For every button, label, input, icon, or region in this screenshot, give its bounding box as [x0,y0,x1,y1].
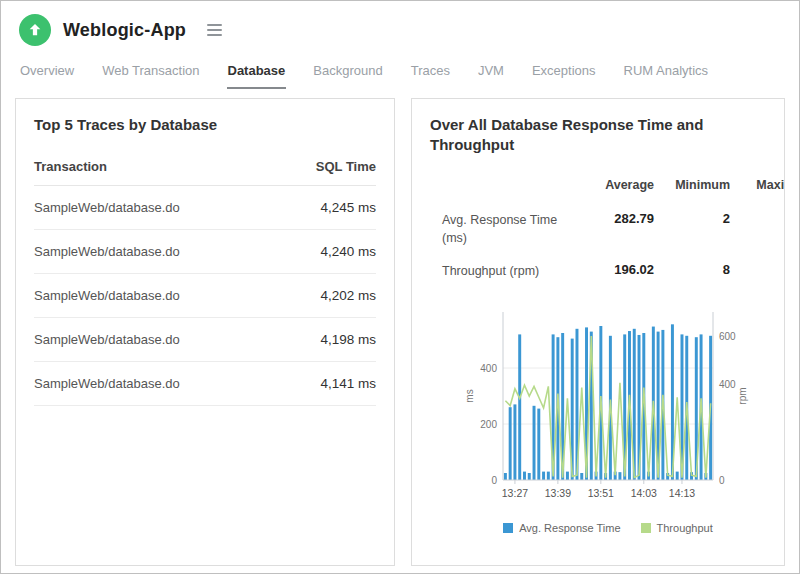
monitor-app-window: Weblogic-App Overview Web Transaction Da… [0,0,800,574]
table-row[interactable]: SampleWeb/database.do 4,202 ms [34,274,376,318]
overall-db-title: Over All Database Response Time and Thro… [430,115,760,156]
legend-item-response-time[interactable]: Avg. Response Time [503,522,620,534]
top-traces-panel: Top 5 Traces by Database Transaction SQL… [15,98,395,566]
trace-transaction[interactable]: SampleWeb/database.do [34,230,276,274]
stats-row-throughput: Throughput (rpm) 196.02 8 706 [442,255,785,288]
stats-header-maximum: Maximum [730,174,785,204]
top-traces-title: Top 5 Traces by Database [34,115,376,135]
stats-row-response-time: Avg. Response Time (ms) 282.79 2 556 [442,204,785,256]
trace-sql-time: 4,245 ms [276,186,376,230]
stats-header-minimum: Minimum [654,174,730,204]
tab-bar: Overview Web Transaction Database Backgr… [1,63,799,89]
hamburger-menu-icon[interactable] [204,21,225,39]
svg-text:400: 400 [719,378,736,389]
tab-traces[interactable]: Traces [410,63,451,89]
response-throughput-chart: 0200400040060013:2713:3913:5114:0314:13m… [461,302,755,508]
trace-sql-time: 4,240 ms [276,230,376,274]
stat-label: Avg. Response Time (ms) [442,204,570,256]
table-row[interactable]: SampleWeb/database.do 4,198 ms [34,318,376,362]
overall-db-panel: Over All Database Response Time and Thro… [411,98,785,566]
svg-text:14:03: 14:03 [631,487,657,499]
svg-text:13:51: 13:51 [588,487,614,499]
page-title: Weblogic-App [63,20,186,41]
legend-swatch-blue [503,523,513,533]
arrow-up-icon [27,22,43,38]
tab-database[interactable]: Database [227,63,287,89]
trace-transaction[interactable]: SampleWeb/database.do [34,186,276,230]
table-row[interactable]: SampleWeb/database.do 4,240 ms [34,230,376,274]
chart-legend: Avg. Response Time Throughput [503,522,713,534]
stat-minimum: 8 [654,255,730,288]
svg-text:400: 400 [480,362,497,373]
svg-text:14:13: 14:13 [669,487,695,499]
stat-maximum: 706 [730,255,785,288]
trace-transaction[interactable]: SampleWeb/database.do [34,274,276,318]
trace-sql-time: 4,198 ms [276,318,376,362]
tab-web-transaction[interactable]: Web Transaction [101,63,200,89]
table-row[interactable]: SampleWeb/database.do 4,141 ms [34,362,376,406]
stat-average: 282.79 [570,204,654,256]
column-header-sql-time: SQL Time [276,147,376,186]
svg-text:13:39: 13:39 [545,487,571,499]
stat-label: Throughput (rpm) [442,255,570,288]
svg-text:200: 200 [480,418,497,429]
svg-text:600: 600 [719,330,736,341]
trace-sql-time: 4,141 ms [276,362,376,406]
chart-container: 0200400040060013:2713:3913:5114:0314:13m… [430,302,785,534]
tab-background[interactable]: Background [312,63,383,89]
svg-text:rpm: rpm [737,387,748,404]
trace-transaction[interactable]: SampleWeb/database.do [34,318,276,362]
svg-text:0: 0 [491,474,497,485]
svg-text:ms: ms [464,389,475,402]
svg-text:0: 0 [719,474,725,485]
table-row[interactable]: SampleWeb/database.do 4,245 ms [34,186,376,230]
stats-header-average: Average [570,174,654,204]
tab-rum-analytics[interactable]: RUM Analytics [623,63,710,89]
trace-sql-time: 4,202 ms [276,274,376,318]
traces-table: Transaction SQL Time SampleWeb/database.… [34,147,376,406]
tab-overview[interactable]: Overview [19,63,75,89]
svg-text:13:27: 13:27 [502,487,528,499]
trace-transaction[interactable]: SampleWeb/database.do [34,362,276,406]
tab-jvm[interactable]: JVM [477,63,505,89]
column-header-transaction: Transaction [34,147,276,186]
content-area: Top 5 Traces by Database Transaction SQL… [1,89,799,566]
tab-exceptions[interactable]: Exceptions [531,63,597,89]
db-stats-table: Average Minimum Maximum Avg. Response Ti… [442,174,785,288]
app-header: Weblogic-App [1,1,799,46]
legend-label: Throughput [657,522,713,534]
stat-maximum: 556 [730,204,785,256]
stat-minimum: 2 [654,204,730,256]
legend-label: Avg. Response Time [519,522,620,534]
app-status-icon [19,14,51,46]
stat-average: 196.02 [570,255,654,288]
legend-swatch-green [641,523,651,533]
legend-item-throughput[interactable]: Throughput [641,522,713,534]
